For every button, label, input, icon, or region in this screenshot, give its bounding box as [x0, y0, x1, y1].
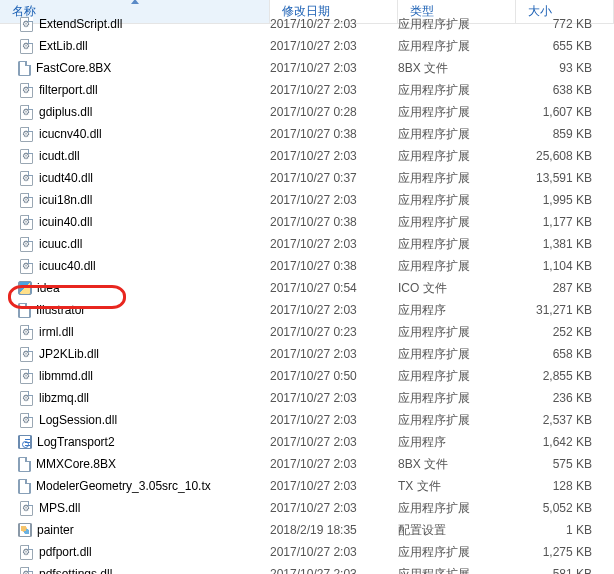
file-row[interactable]: libzmq.dll2017/10/27 2:03应用程序扩展236 KB [0, 387, 614, 409]
file-type-cell: 应用程序扩展 [398, 500, 516, 517]
file-name-cell: MMXCore.8BX [0, 457, 270, 472]
file-date-cell: 2018/2/19 18:35 [270, 523, 398, 537]
file-date-cell: 2017/10/27 2:03 [270, 457, 398, 471]
file-name-text: irml.dll [39, 325, 74, 339]
file-row[interactable]: icudt40.dll2017/10/27 0:37应用程序扩展13,591 K… [0, 167, 614, 189]
file-name-text: idea [37, 281, 60, 295]
dll-file-icon [18, 390, 34, 406]
file-date-cell: 2017/10/27 0:28 [270, 105, 398, 119]
file-row[interactable]: pdfport.dll2017/10/27 2:03应用程序扩展1,275 KB [0, 541, 614, 563]
file-name-text: pdfsettings.dll [39, 567, 112, 574]
file-size-cell: 859 KB [516, 127, 614, 141]
dll-file-icon [18, 192, 34, 208]
file-name-cell: idea [0, 281, 270, 295]
file-name-cell: filterport.dll [0, 82, 270, 98]
file-name-text: painter [37, 523, 74, 537]
file-name-text: icuuc.dll [39, 237, 82, 251]
file-row[interactable]: filterport.dll2017/10/27 2:03应用程序扩展638 K… [0, 79, 614, 101]
ico-file-icon [18, 281, 32, 295]
file-name-cell: irml.dll [0, 324, 270, 340]
file-name-text: pdfport.dll [39, 545, 92, 559]
file-type-cell: 应用程序扩展 [398, 258, 516, 275]
file-row[interactable]: Illustrator2017/10/27 2:03应用程序31,271 KB [0, 299, 614, 321]
file-name-cell: icuuc40.dll [0, 258, 270, 274]
file-name-cell: icuin40.dll [0, 214, 270, 230]
file-size-cell: 93 KB [516, 61, 614, 75]
file-type-cell: 应用程序扩展 [398, 170, 516, 187]
file-type-cell: 应用程序扩展 [398, 104, 516, 121]
file-row[interactable]: MPS.dll2017/10/27 2:03应用程序扩展5,052 KB [0, 497, 614, 519]
file-name-text: Illustrator [36, 303, 85, 317]
file-name-cell: ExtendScript.dll [0, 16, 270, 32]
file-date-cell: 2017/10/27 2:03 [270, 61, 398, 75]
file-row[interactable]: JP2KLib.dll2017/10/27 2:03应用程序扩展658 KB [0, 343, 614, 365]
file-row[interactable]: icuin40.dll2017/10/27 0:38应用程序扩展1,177 KB [0, 211, 614, 233]
file-name-text: libmmd.dll [39, 369, 93, 383]
file-row[interactable]: LogSession.dll2017/10/27 2:03应用程序扩展2,537… [0, 409, 614, 431]
file-row[interactable]: gdiplus.dll2017/10/27 0:28应用程序扩展1,607 KB [0, 101, 614, 123]
file-name-cell: ExtLib.dll [0, 38, 270, 54]
file-row[interactable]: FastCore.8BX2017/10/27 2:038BX 文件93 KB [0, 57, 614, 79]
file-size-cell: 638 KB [516, 83, 614, 97]
file-size-cell: 581 KB [516, 567, 614, 574]
generic-file-icon [18, 457, 31, 472]
file-date-cell: 2017/10/27 0:38 [270, 259, 398, 273]
generic-file-icon [18, 61, 31, 76]
dll-file-icon [18, 236, 34, 252]
file-name-cell: icudt40.dll [0, 170, 270, 186]
file-name-cell: libmmd.dll [0, 368, 270, 384]
file-type-cell: ICO 文件 [398, 280, 516, 297]
file-name-text: libzmq.dll [39, 391, 89, 405]
file-date-cell: 2017/10/27 2:03 [270, 413, 398, 427]
file-row[interactable]: ExtendScript.dll2017/10/27 2:03应用程序扩展772… [0, 13, 614, 35]
dll-file-icon [18, 38, 34, 54]
file-size-cell: 655 KB [516, 39, 614, 53]
file-name-text: icudt40.dll [39, 171, 93, 185]
file-date-cell: 2017/10/27 0:37 [270, 171, 398, 185]
file-row[interactable]: MMXCore.8BX2017/10/27 2:038BX 文件575 KB [0, 453, 614, 475]
config-file-icon [18, 523, 32, 537]
file-name-cell: gdiplus.dll [0, 104, 270, 120]
generic-file-icon [18, 303, 31, 318]
file-name-text: icucnv40.dll [39, 127, 102, 141]
dll-file-icon [18, 16, 34, 32]
file-type-cell: TX 文件 [398, 478, 516, 495]
file-date-cell: 2017/10/27 2:03 [270, 17, 398, 31]
file-row[interactable]: icuuc.dll2017/10/27 2:03应用程序扩展1,381 KB [0, 233, 614, 255]
file-size-cell: 1,995 KB [516, 193, 614, 207]
file-row[interactable]: icui18n.dll2017/10/27 2:03应用程序扩展1,995 KB [0, 189, 614, 211]
file-row[interactable]: icucnv40.dll2017/10/27 0:38应用程序扩展859 KB [0, 123, 614, 145]
file-row[interactable]: icudt.dll2017/10/27 2:03应用程序扩展25,608 KB [0, 145, 614, 167]
dll-file-icon [18, 82, 34, 98]
dll-file-icon [18, 412, 34, 428]
file-size-cell: 13,591 KB [516, 171, 614, 185]
file-name-cell: icuuc.dll [0, 236, 270, 252]
file-row[interactable]: irml.dll2017/10/27 0:23应用程序扩展252 KB [0, 321, 614, 343]
file-row[interactable]: ModelerGeometry_3.05src_10.tx2017/10/27 … [0, 475, 614, 497]
file-name-text: FastCore.8BX [36, 61, 111, 75]
file-size-cell: 2,855 KB [516, 369, 614, 383]
file-name-cell: painter [0, 523, 270, 537]
file-row[interactable]: icuuc40.dll2017/10/27 0:38应用程序扩展1,104 KB [0, 255, 614, 277]
file-row[interactable]: pdfsettings.dll2017/10/27 2:03应用程序扩展581 … [0, 563, 614, 574]
log-application-icon [18, 435, 32, 449]
file-date-cell: 2017/10/27 2:03 [270, 545, 398, 559]
file-type-cell: 应用程序 [398, 434, 516, 451]
file-name-cell: LogSession.dll [0, 412, 270, 428]
file-name-text: filterport.dll [39, 83, 98, 97]
file-row[interactable]: idea2017/10/27 0:54ICO 文件287 KB [0, 277, 614, 299]
file-date-cell: 2017/10/27 0:38 [270, 127, 398, 141]
file-name-cell: Illustrator [0, 303, 270, 318]
file-size-cell: 5,052 KB [516, 501, 614, 515]
file-date-cell: 2017/10/27 2:03 [270, 435, 398, 449]
file-row[interactable]: libmmd.dll2017/10/27 0:50应用程序扩展2,855 KB [0, 365, 614, 387]
file-name-cell: JP2KLib.dll [0, 346, 270, 362]
file-date-cell: 2017/10/27 0:23 [270, 325, 398, 339]
file-row[interactable]: ExtLib.dll2017/10/27 2:03应用程序扩展655 KB [0, 35, 614, 57]
file-name-text: JP2KLib.dll [39, 347, 99, 361]
file-row[interactable]: LogTransport22017/10/27 2:03应用程序1,642 KB [0, 431, 614, 453]
file-name-cell: icudt.dll [0, 148, 270, 164]
file-row[interactable]: painter2018/2/19 18:35配置设置1 KB [0, 519, 614, 541]
file-size-cell: 1,642 KB [516, 435, 614, 449]
file-name-text: ExtendScript.dll [39, 17, 122, 31]
